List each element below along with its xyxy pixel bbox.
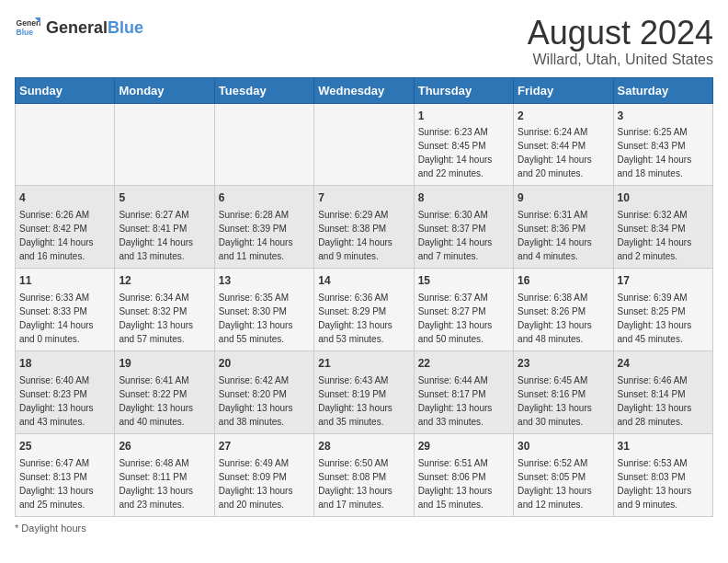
daylight: Daylight: 14 hours and 4 minutes. bbox=[518, 237, 592, 261]
daylight: Daylight: 14 hours and 16 minutes. bbox=[19, 237, 94, 261]
sunset: Sunset: 8:29 PM bbox=[318, 306, 386, 316]
sunset: Sunset: 8:08 PM bbox=[318, 472, 386, 482]
sunrise: Sunrise: 6:28 AM bbox=[219, 210, 289, 220]
day-cell: 23 Sunrise: 6:45 AM Sunset: 8:16 PM Dayl… bbox=[514, 350, 613, 433]
daylight: Daylight: 14 hours and 20 minutes. bbox=[518, 155, 592, 178]
sunrise: Sunrise: 6:30 AM bbox=[418, 210, 488, 220]
daylight: Daylight: 13 hours and 40 minutes. bbox=[119, 403, 193, 427]
day-number: 19 bbox=[119, 356, 210, 372]
sunset: Sunset: 8:11 PM bbox=[119, 472, 187, 482]
daylight: Daylight: 14 hours and 11 minutes. bbox=[219, 237, 293, 261]
location: Willard, Utah, United States bbox=[528, 52, 713, 68]
day-cell bbox=[314, 103, 414, 186]
daylight: Daylight: 14 hours and 7 minutes. bbox=[418, 237, 493, 261]
day-number: 14 bbox=[318, 273, 409, 289]
day-number: 13 bbox=[219, 273, 310, 289]
sunrise: Sunrise: 6:48 AM bbox=[119, 458, 188, 468]
day-cell: 24 Sunrise: 6:46 AM Sunset: 8:14 PM Dayl… bbox=[613, 350, 712, 433]
day-number: 9 bbox=[518, 190, 609, 206]
col-header-wednesday: Wednesday bbox=[314, 77, 414, 103]
sunset: Sunset: 8:39 PM bbox=[219, 224, 287, 234]
day-number: 7 bbox=[318, 190, 409, 206]
logo-blue-text: Blue bbox=[108, 18, 143, 37]
sunrise: Sunrise: 6:29 AM bbox=[318, 210, 388, 220]
day-number: 1 bbox=[418, 109, 509, 124]
svg-text:Blue: Blue bbox=[17, 28, 34, 37]
daylight: Daylight: 14 hours and 2 minutes. bbox=[618, 237, 692, 261]
day-number: 6 bbox=[219, 190, 310, 206]
sunset: Sunset: 8:03 PM bbox=[618, 472, 686, 482]
day-number: 23 bbox=[518, 356, 609, 372]
day-number: 17 bbox=[618, 273, 709, 289]
day-cell: 5 Sunrise: 6:27 AM Sunset: 8:41 PM Dayli… bbox=[115, 186, 214, 269]
day-cell: 1 Sunrise: 6:23 AM Sunset: 8:45 PM Dayli… bbox=[414, 103, 513, 186]
header: General Blue GeneralBlue August 2024 Wil… bbox=[15, 15, 713, 68]
sunrise: Sunrise: 6:44 AM bbox=[418, 375, 488, 385]
daylight: Daylight: 13 hours and 35 minutes. bbox=[318, 403, 392, 427]
sunrise: Sunrise: 6:31 AM bbox=[518, 210, 587, 220]
sunset: Sunset: 8:33 PM bbox=[19, 306, 87, 316]
sunrise: Sunrise: 6:24 AM bbox=[518, 127, 587, 137]
day-cell: 21 Sunrise: 6:43 AM Sunset: 8:19 PM Dayl… bbox=[314, 350, 414, 433]
col-header-monday: Monday bbox=[115, 77, 214, 103]
sunrise: Sunrise: 6:46 AM bbox=[618, 375, 688, 385]
sunset: Sunset: 8:09 PM bbox=[219, 472, 287, 482]
footer-note: * Daylight hours bbox=[15, 523, 713, 534]
daylight: Daylight: 13 hours and 53 minutes. bbox=[318, 320, 392, 344]
day-cell: 8 Sunrise: 6:30 AM Sunset: 8:37 PM Dayli… bbox=[414, 186, 513, 269]
day-number: 10 bbox=[618, 190, 709, 206]
sunrise: Sunrise: 6:37 AM bbox=[418, 293, 488, 303]
col-header-tuesday: Tuesday bbox=[214, 77, 313, 103]
day-number: 26 bbox=[119, 439, 210, 454]
day-cell: 12 Sunrise: 6:34 AM Sunset: 8:32 PM Dayl… bbox=[115, 269, 214, 351]
sunset: Sunset: 8:38 PM bbox=[318, 224, 386, 234]
day-number: 15 bbox=[418, 273, 509, 289]
daylight-label: Daylight hours bbox=[21, 523, 85, 534]
sunset: Sunset: 8:37 PM bbox=[418, 224, 486, 234]
sunrise: Sunrise: 6:50 AM bbox=[318, 458, 388, 468]
calendar-header-row: SundayMondayTuesdayWednesdayThursdayFrid… bbox=[16, 77, 713, 103]
sunrise: Sunrise: 6:33 AM bbox=[19, 293, 89, 303]
daylight: Daylight: 13 hours and 23 minutes. bbox=[119, 486, 193, 510]
day-cell: 13 Sunrise: 6:35 AM Sunset: 8:30 PM Dayl… bbox=[214, 269, 313, 351]
daylight: Daylight: 13 hours and 45 minutes. bbox=[618, 320, 692, 344]
day-cell: 15 Sunrise: 6:37 AM Sunset: 8:27 PM Dayl… bbox=[414, 269, 513, 351]
day-number: 3 bbox=[618, 109, 709, 124]
sunrise: Sunrise: 6:43 AM bbox=[318, 375, 388, 385]
day-cell: 14 Sunrise: 6:36 AM Sunset: 8:29 PM Dayl… bbox=[314, 269, 414, 351]
sunset: Sunset: 8:16 PM bbox=[518, 389, 586, 399]
sunrise: Sunrise: 6:34 AM bbox=[119, 293, 188, 303]
calendar-table: SundayMondayTuesdayWednesdayThursdayFrid… bbox=[15, 77, 713, 517]
day-number: 28 bbox=[318, 439, 409, 454]
day-number: 20 bbox=[219, 356, 310, 372]
title-area: August 2024 Willard, Utah, United States bbox=[528, 15, 713, 68]
daylight: Daylight: 13 hours and 33 minutes. bbox=[418, 403, 493, 427]
sunset: Sunset: 8:27 PM bbox=[418, 306, 486, 316]
daylight: Daylight: 13 hours and 12 minutes. bbox=[518, 486, 592, 510]
day-cell: 11 Sunrise: 6:33 AM Sunset: 8:33 PM Dayl… bbox=[16, 269, 115, 351]
day-cell: 6 Sunrise: 6:28 AM Sunset: 8:39 PM Dayli… bbox=[214, 186, 313, 269]
sunset: Sunset: 8:43 PM bbox=[618, 141, 686, 151]
day-cell: 4 Sunrise: 6:26 AM Sunset: 8:42 PM Dayli… bbox=[16, 186, 115, 269]
day-cell bbox=[214, 103, 313, 186]
daylight: Daylight: 14 hours and 9 minutes. bbox=[318, 237, 392, 261]
sunset: Sunset: 8:25 PM bbox=[618, 306, 686, 316]
daylight: Daylight: 13 hours and 48 minutes. bbox=[518, 320, 592, 344]
day-cell: 20 Sunrise: 6:42 AM Sunset: 8:20 PM Dayl… bbox=[214, 350, 313, 433]
daylight: Daylight: 13 hours and 9 minutes. bbox=[618, 486, 692, 510]
sunrise: Sunrise: 6:42 AM bbox=[219, 375, 289, 385]
logo-general-text: General bbox=[46, 18, 108, 37]
day-cell: 7 Sunrise: 6:29 AM Sunset: 8:38 PM Dayli… bbox=[314, 186, 414, 269]
daylight: Daylight: 14 hours and 18 minutes. bbox=[618, 155, 692, 178]
day-cell bbox=[16, 103, 115, 186]
col-header-saturday: Saturday bbox=[613, 77, 712, 103]
sunset: Sunset: 8:06 PM bbox=[418, 472, 486, 482]
day-number: 31 bbox=[618, 439, 709, 454]
daylight: Daylight: 13 hours and 28 minutes. bbox=[618, 403, 692, 427]
month-year: August 2024 bbox=[528, 15, 713, 52]
day-number: 2 bbox=[518, 109, 609, 124]
day-number: 12 bbox=[119, 273, 210, 289]
day-cell bbox=[115, 103, 214, 186]
sunset: Sunset: 8:30 PM bbox=[219, 306, 287, 316]
sunrise: Sunrise: 6:38 AM bbox=[518, 293, 587, 303]
